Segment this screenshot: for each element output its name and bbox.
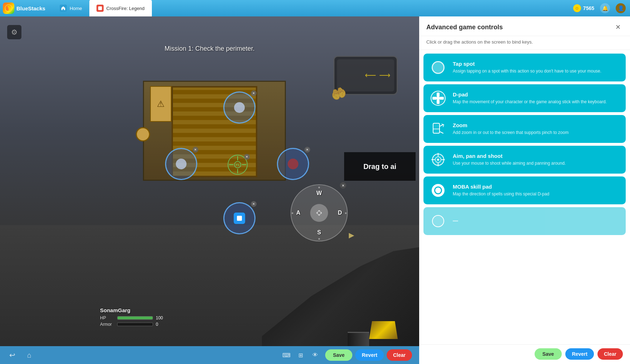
eye-icon[interactable]: 👁 <box>311 351 319 359</box>
game-warning-sign: ⚠ <box>150 86 172 122</box>
save-button[interactable]: Save <box>325 349 353 361</box>
crosshair-center: F1 <box>234 161 241 168</box>
control-card-zoom[interactable]: Zoom Add zoom in or out to the screen th… <box>423 115 626 143</box>
wasd-pad-control[interactable]: W A D S ● ● ● ● ✕ <box>291 184 348 241</box>
close-icon[interactable]: ✕ <box>304 147 310 153</box>
tab-home[interactable]: Home <box>53 0 89 16</box>
right-panel: Advanced game controls ✕ Click or drag t… <box>419 16 630 364</box>
title-bar-right: ⊙ 7565 🔔 👤 <box>573 3 630 13</box>
extra-icon <box>429 212 447 230</box>
moba-desc: Map the direction of spells using this s… <box>453 191 620 197</box>
close-icon[interactable]: ✕ <box>251 201 257 207</box>
app-brand-label: BlueStacks <box>16 5 45 11</box>
weapon-overlay <box>240 239 419 346</box>
armor-bar-bg <box>117 323 153 326</box>
panel-bottom: Save Revert Clear <box>419 344 630 364</box>
control-circle-top[interactable]: ✕ <box>223 91 256 124</box>
svg-rect-9 <box>433 123 440 133</box>
dpad-icon <box>429 89 447 107</box>
close-icon[interactable]: ✕ <box>251 90 257 96</box>
control-card-dpad[interactable]: D-pad Map the movement of your character… <box>423 84 626 112</box>
control-dot <box>288 159 298 169</box>
armor-label: Armor <box>100 322 114 327</box>
panel-save-button[interactable]: Save <box>535 348 562 360</box>
hp-bar-fill <box>118 316 153 319</box>
player-stats-panel: SonamGarg HP 100 Armor 0 <box>100 307 165 328</box>
control-dot <box>234 213 245 224</box>
crossfire-tab-icon <box>96 5 104 12</box>
settings-gear-button[interactable]: ⚙ <box>7 25 21 39</box>
crossfire-tab-label: CrossFire: Legend <box>106 6 145 11</box>
wasd-a-key: A <box>296 210 301 216</box>
wasd-close-button[interactable]: ✕ <box>340 182 346 189</box>
bottom-bar: ↩ ⌂ ⌨ ⊞ 👁 Save Revert Clear <box>0 346 419 364</box>
game-door-knob <box>136 127 150 141</box>
extra-title: — <box>453 218 620 224</box>
svg-rect-4 <box>437 93 440 97</box>
svg-point-8 <box>436 96 440 100</box>
dpad-title: D-pad <box>453 91 620 98</box>
hp-label: HP <box>100 315 114 320</box>
tap-spot-icon <box>429 59 447 76</box>
hp-stat-row: HP 100 <box>100 315 165 320</box>
moba-icon <box>429 181 447 199</box>
hp-value: 100 <box>156 315 165 320</box>
control-card-moba[interactable]: MOBA skill pad Map the direction of spel… <box>423 176 626 204</box>
home-tab-icon <box>60 5 67 12</box>
home-tab-label: Home <box>70 6 82 11</box>
control-circle-left[interactable]: ✕ <box>165 148 197 180</box>
control-circle-bottom[interactable]: ✕ <box>223 202 256 234</box>
control-circle-right[interactable]: ✕ <box>277 148 309 180</box>
control-dot <box>234 102 245 113</box>
close-icon[interactable]: ✕ <box>244 154 250 160</box>
panel-clear-button[interactable]: Clear <box>597 348 623 360</box>
crosshair-control[interactable]: F1 ✕ <box>227 154 248 175</box>
control-card-tap-spot[interactable]: Tap spot Assign tapping on a spot with t… <box>423 54 626 81</box>
home-button[interactable]: ⌂ <box>24 350 34 360</box>
control-dot <box>176 159 187 169</box>
panel-revert-button[interactable]: Revert <box>565 348 594 360</box>
tab-crossfire[interactable]: CrossFire: Legend <box>89 0 152 16</box>
wasd-outer: W A D S ● ● ● ● <box>291 184 348 241</box>
bottom-actions: Save Revert Clear <box>325 349 412 361</box>
clear-button[interactable]: Clear <box>387 349 412 361</box>
bottom-left-icons: ↩ ⌂ <box>7 350 34 360</box>
coins-amount: 7565 <box>583 5 594 11</box>
tap-spot-title: Tap spot <box>453 61 620 67</box>
grid-icon[interactable]: ⊞ <box>297 351 305 359</box>
revert-button[interactable]: Revert <box>355 349 384 361</box>
panel-close-button[interactable]: ✕ <box>613 22 623 32</box>
panel-title: Advanced game controls <box>426 24 503 31</box>
svg-rect-5 <box>437 100 440 104</box>
profile-avatar[interactable]: 👤 <box>616 3 626 13</box>
bottom-right-icons: ⌨ ⊞ 👁 Save Revert Clear <box>282 349 412 361</box>
dpad-text: D-pad Map the movement of your character… <box>453 91 620 105</box>
aim-title: Aim, pan and shoot <box>453 153 620 159</box>
control-card-extra[interactable]: — <box>423 207 626 235</box>
keyboard-icon[interactable]: ⌨ <box>282 351 291 359</box>
wasd-center <box>310 204 328 222</box>
tap-spot-desc: Assign tapping on a spot with this actio… <box>453 68 620 74</box>
phone-screen: ⟵ ⟶ <box>337 59 394 91</box>
svg-point-18 <box>432 215 444 227</box>
arrow-indicator: ▶ <box>349 231 354 239</box>
moba-text: MOBA skill pad Map the direction of spel… <box>453 184 620 197</box>
coins-display: ⊙ 7565 <box>573 4 594 12</box>
drag-aim-overlay: Drag to ai <box>344 152 416 181</box>
controls-list: Tap spot Assign tapping on a spot with t… <box>419 50 630 344</box>
close-icon[interactable]: ✕ <box>193 147 198 153</box>
game-viewport: ⚠ ⚙ Mission 1: Check the perimeter. ⟵ ⟶ … <box>0 16 419 364</box>
zoom-text: Zoom Add zoom in or out to the screen th… <box>453 122 620 136</box>
wasd-s-key: S <box>317 229 321 236</box>
app-logo <box>3 3 14 14</box>
control-card-aim[interactable]: Aim, pan and shoot Use your mouse to sho… <box>423 146 626 174</box>
svg-rect-2 <box>237 216 242 221</box>
armor-value: 0 <box>156 322 165 327</box>
main-content: ⚠ ⚙ Mission 1: Check the perimeter. ⟵ ⟶ … <box>0 16 630 364</box>
notification-bell-icon[interactable]: 🔔 <box>600 3 610 13</box>
panel-header: Advanced game controls ✕ <box>419 16 630 36</box>
armor-stat-row: Armor 0 <box>100 322 165 327</box>
back-button[interactable]: ↩ <box>7 350 17 360</box>
aim-icon <box>429 151 447 169</box>
svg-rect-7 <box>440 97 444 100</box>
